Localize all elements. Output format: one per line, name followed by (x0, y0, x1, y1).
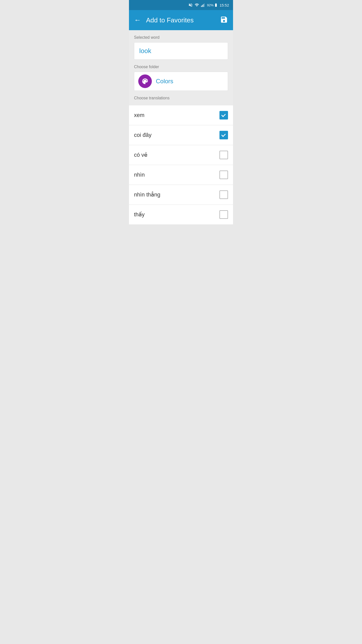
folder-selector[interactable]: Colors (134, 72, 228, 91)
folder-name: Colors (156, 78, 173, 85)
word-input-box[interactable]: look (134, 42, 228, 60)
translation-item[interactable]: nhìn thẳng (129, 185, 233, 205)
translation-checkbox[interactable] (219, 151, 228, 159)
translation-item[interactable]: thấy (129, 205, 233, 224)
app-bar-left: ← Add to Favorites (134, 16, 194, 24)
translation-item[interactable]: coi đây (129, 125, 233, 145)
battery-indicator: 92% (207, 3, 218, 7)
palette-icon (141, 77, 149, 85)
status-icons: 92% 15:52 (188, 3, 229, 7)
signal-icon (201, 3, 205, 7)
app-bar: ← Add to Favorites (129, 10, 233, 30)
save-icon (220, 16, 228, 24)
page-title: Add to Favorites (146, 16, 194, 24)
time-display: 15:52 (219, 3, 229, 7)
selected-word-label: Selected word (134, 35, 228, 40)
svg-rect-1 (202, 5, 203, 7)
translation-text: có vẻ (134, 152, 148, 158)
status-bar: 92% 15:52 (129, 0, 233, 10)
folder-icon-circle (138, 74, 152, 88)
translation-text: xem (134, 112, 145, 118)
translation-checkbox[interactable] (219, 190, 228, 199)
translation-text: thấy (134, 211, 145, 218)
selected-word-value: look (139, 47, 151, 55)
translation-item[interactable]: nhìn (129, 165, 233, 185)
choose-folder-label: Choose folder (134, 65, 228, 69)
svg-rect-0 (201, 6, 202, 7)
mute-icon (188, 3, 193, 7)
translation-item[interactable]: có vẻ (129, 145, 233, 165)
content-area: Selected word look Choose folder Colors … (129, 30, 233, 105)
choose-translations-label: Choose translations (134, 96, 228, 103)
translations-list: xemcoi đâycó vẻnhìnnhìn thẳngthấy (129, 105, 233, 224)
back-button[interactable]: ← (134, 16, 141, 24)
save-button[interactable] (220, 16, 228, 25)
translation-checkbox[interactable] (219, 111, 228, 119)
translation-item[interactable]: xem (129, 105, 233, 125)
svg-rect-3 (204, 4, 204, 7)
translation-checkbox[interactable] (219, 210, 228, 219)
translation-text: nhìn thẳng (134, 191, 160, 198)
translation-checkbox[interactable] (219, 131, 228, 139)
wifi-icon (194, 3, 199, 7)
translation-checkbox[interactable] (219, 171, 228, 179)
svg-rect-2 (203, 4, 204, 7)
translation-text: coi đây (134, 132, 152, 138)
battery-icon (214, 3, 218, 7)
battery-percent: 92% (207, 3, 213, 7)
translation-text: nhìn (134, 172, 145, 178)
